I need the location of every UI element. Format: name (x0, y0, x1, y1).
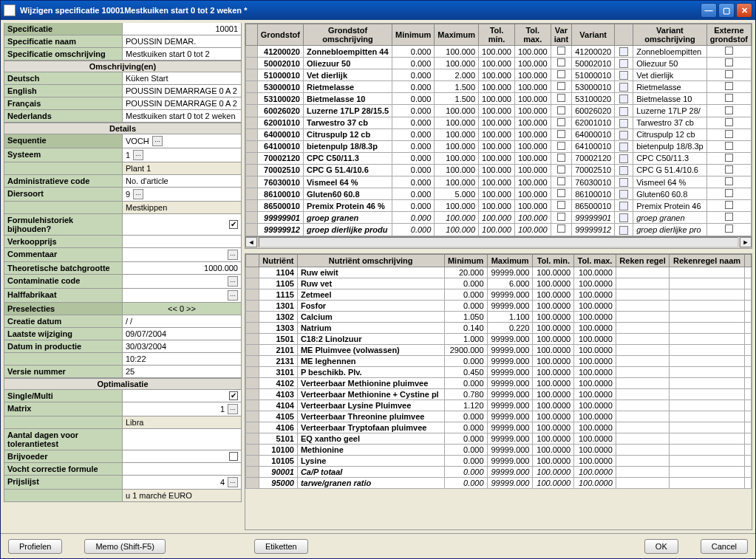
scroll-right-icon[interactable]: ► (740, 237, 752, 247)
table-row[interactable]: 4103Verteerbaar Methionine + Cystine pl0… (246, 388, 752, 399)
variant-lookup[interactable] (615, 46, 633, 58)
cell-tolmin[interactable]: 100.0000 (533, 366, 574, 377)
nutrient-oms[interactable]: ME Pluimvee (volwassen) (297, 344, 444, 355)
cell-tolmin[interactable]: 100.0000 (533, 455, 574, 466)
cell-max[interactable]: 99999.000 (487, 388, 533, 399)
nutrient-oms[interactable]: tarwe/granen ratio (297, 477, 444, 488)
cell-max[interactable]: 100.000 (435, 117, 479, 128)
cell-rekenregelnaam[interactable] (670, 377, 745, 388)
cell-tolmax[interactable]: 100.0000 (574, 388, 616, 399)
cell-rekenregel[interactable] (616, 311, 669, 322)
cell-tolmax[interactable]: 100.000 (514, 212, 551, 224)
cell-rekenregelnaam[interactable] (670, 411, 745, 422)
cell-tolmin[interactable]: 100.0000 (533, 355, 574, 366)
cell-tolmax[interactable]: 100.0000 (574, 377, 616, 388)
externe-check[interactable] (706, 140, 751, 152)
cell-max[interactable]: 100.000 (435, 58, 479, 69)
lookup-icon[interactable] (619, 107, 628, 116)
specoms-value[interactable]: Mestkuiken start 0 tot 2 (123, 48, 241, 60)
externe-check[interactable] (706, 93, 751, 105)
cell-tolmax[interactable]: 100.000 (514, 200, 551, 212)
matrix-value[interactable]: 1⋯ (123, 402, 241, 416)
grondstof-code[interactable]: 64000010 (257, 128, 303, 140)
variant-lookup[interactable] (615, 117, 633, 128)
grondstof-code[interactable]: 76030010 (257, 176, 303, 188)
grondstof-oms[interactable]: CPC G 51.4/10.6 (303, 164, 392, 176)
grondstof-oms[interactable]: CPC C50/11.3 (303, 152, 392, 164)
etiketten-button[interactable]: Etiketten (254, 539, 308, 554)
table-row[interactable]: 4102Verteerbaar Methionine pluimvee0.000… (246, 377, 752, 388)
cell-extra[interactable] (744, 399, 751, 411)
cell-max[interactable]: 99999.000 (487, 289, 533, 300)
externe-check[interactable] (706, 69, 751, 81)
cell-min[interactable]: 0.000 (444, 355, 487, 366)
lookup-icon[interactable] (619, 131, 628, 140)
nutrient-oms[interactable]: Calcium (297, 311, 444, 322)
cell-tolmin[interactable]: 100.000 (479, 164, 515, 176)
minimize-button[interactable]: — (701, 3, 717, 18)
externe-check[interactable] (706, 81, 751, 93)
cell-rekenregelnaam[interactable] (670, 366, 745, 377)
cell-min[interactable]: 1.050 (444, 311, 487, 322)
grondstof-oms[interactable]: Rietmelasse (303, 81, 392, 93)
cell-rekenregel[interactable] (616, 333, 669, 344)
variant-check[interactable] (551, 69, 572, 81)
cell-tolmin[interactable]: 100.0000 (533, 433, 574, 444)
cell-max[interactable]: 99999.000 (487, 444, 533, 455)
adag-value[interactable] (123, 429, 241, 450)
nutrient-code[interactable]: 1104 (259, 267, 298, 278)
variant-lookup[interactable] (615, 81, 633, 93)
lookup-icon[interactable]: ⋯ (228, 404, 238, 414)
cell-min[interactable]: 0.000 (444, 289, 487, 300)
table-row[interactable]: 10105Lysine0.00099999.000100.0000100.000… (246, 455, 752, 466)
brij-checkbox[interactable] (229, 452, 238, 461)
cell-max[interactable]: 99999.000 (487, 355, 533, 366)
cell-extra[interactable] (744, 344, 751, 355)
table-row[interactable]: 64100010bietenpulp 18/8.3p0.000100.00010… (246, 140, 752, 152)
lang-value[interactable]: Mestkuiken start 0 tot 2 weken (123, 110, 241, 122)
variant-oms[interactable]: Bietmelasse 10 (633, 93, 707, 105)
cell-tolmax[interactable]: 100.000 (514, 188, 551, 200)
cell-min[interactable]: 0.140 (444, 322, 487, 333)
variant-lookup[interactable] (615, 58, 633, 69)
col-header[interactable]: Nutriënt (259, 254, 298, 267)
variant-code[interactable]: 62001010 (572, 117, 615, 128)
variant-lookup[interactable] (615, 224, 633, 236)
cell-tolmin[interactable]: 100.0000 (533, 344, 574, 355)
lang-value[interactable]: POUSSIN DEMARRAGE 0 A 2 (123, 97, 241, 109)
nutrient-oms[interactable]: P beschikb. Plv. (297, 366, 444, 377)
nutrient-oms[interactable]: C18:2 Linolzuur (297, 333, 444, 344)
variant-lookup[interactable] (615, 152, 633, 164)
cell-tolmin[interactable]: 100.0000 (533, 422, 574, 433)
lookup-icon[interactable] (619, 47, 628, 56)
nutrient-oms[interactable]: Verteerbaar Lysine Pluimvee (297, 399, 444, 411)
cell-rekenregel[interactable] (616, 267, 669, 278)
cell-tolmax[interactable]: 100.000 (514, 93, 551, 105)
cell-max[interactable]: 99999.000 (487, 433, 533, 444)
nutrient-oms[interactable]: ME leghennen (297, 355, 444, 366)
lookup-icon[interactable]: ⋯ (133, 150, 143, 160)
cell-rekenregelnaam[interactable] (670, 278, 745, 289)
variant-oms[interactable]: Citruspulp 12 cb (633, 128, 707, 140)
cell-tolmax[interactable]: 100.000 (514, 117, 551, 128)
lookup-icon[interactable] (619, 166, 628, 175)
cell-extra[interactable] (744, 455, 751, 466)
cell-extra[interactable] (744, 322, 751, 333)
table-row[interactable]: 4105Verteerbaar Threonine pluimvee0.0009… (246, 411, 752, 422)
nutrient-oms[interactable]: EQ xantho geel (297, 433, 444, 444)
cell-tolmax[interactable]: 100.0000 (574, 300, 616, 311)
cell-min[interactable]: 0.000 (392, 117, 435, 128)
cell-max[interactable]: 100.000 (435, 128, 479, 140)
variant-lookup[interactable] (615, 93, 633, 105)
nutrient-code[interactable]: 2131 (259, 355, 298, 366)
cell-tolmin[interactable]: 100.0000 (533, 267, 574, 278)
nutrient-code[interactable]: 1303 (259, 322, 298, 333)
variant-code[interactable]: 99999912 (572, 224, 615, 236)
cell-rekenregelnaam[interactable] (670, 399, 745, 411)
externe-check[interactable] (706, 224, 751, 236)
externe-check[interactable] (706, 46, 751, 58)
cell-min[interactable]: 0.000 (392, 212, 435, 224)
systeem-value[interactable]: 1⋯ (123, 148, 241, 162)
cell-min[interactable]: 0.000 (392, 164, 435, 176)
variant-lookup[interactable] (615, 128, 633, 140)
